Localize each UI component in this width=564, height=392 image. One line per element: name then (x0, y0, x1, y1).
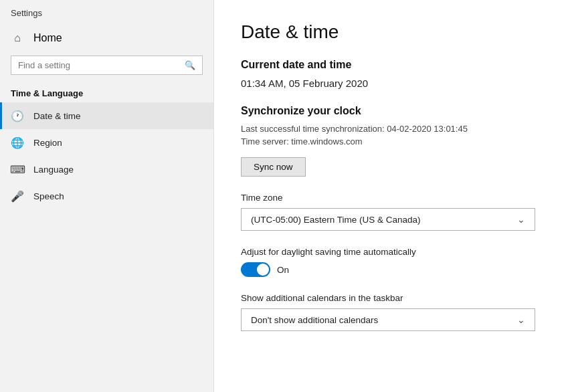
toggle-state-label: On (277, 265, 289, 275)
current-section-title: Current date and time (241, 59, 537, 71)
calendar-label: Show additional calendars in the taskbar (241, 293, 537, 303)
sidebar-item-language[interactable]: ⌨ Language (0, 156, 213, 183)
page-title: Date & time (241, 21, 537, 43)
calendar-dropdown[interactable]: Don't show additional calendars ⌄ (241, 308, 535, 331)
home-icon: ⌂ (11, 31, 24, 45)
search-input[interactable] (18, 60, 179, 70)
sidebar-item-date-time[interactable]: 🕐 Date & time (0, 102, 213, 129)
region-icon: 🌐 (11, 136, 24, 149)
daylight-label: Adjust for daylight saving time automati… (241, 247, 537, 257)
language-icon: ⌨ (11, 163, 24, 176)
date-time-icon: 🕐 (11, 109, 24, 122)
search-icon: 🔍 (185, 60, 195, 70)
sidebar: Settings ⌂ Home 🔍 Time & Language 🕐 Date… (0, 0, 214, 392)
chevron-down-icon: ⌄ (517, 214, 525, 225)
chevron-down-icon: ⌄ (517, 314, 525, 325)
sync-last-info: Last successful time synchronization: 04… (241, 124, 537, 134)
toggle-row: On (241, 262, 537, 277)
current-datetime: 01:34 AM, 05 February 2020 (241, 78, 537, 89)
sync-section: Synchronize your clock Last successful t… (241, 105, 537, 177)
timezone-value: (UTC-05:00) Eastern Time (US & Canada) (251, 215, 421, 225)
timezone-section: Time zone (UTC-05:00) Eastern Time (US &… (241, 193, 537, 231)
home-label: Home (33, 32, 62, 44)
sidebar-item-label: Speech (33, 191, 64, 201)
sidebar-item-label: Region (33, 138, 62, 148)
daylight-section: Adjust for daylight saving time automati… (241, 247, 537, 277)
calendar-value: Don't show additional calendars (251, 315, 378, 325)
settings-header: Settings (0, 0, 213, 23)
calendar-section: Show additional calendars in the taskbar… (241, 293, 537, 331)
sidebar-item-label: Language (33, 165, 74, 175)
sidebar-item-speech[interactable]: 🎤 Speech (0, 183, 213, 209)
sidebar-item-home[interactable]: ⌂ Home (0, 23, 213, 53)
main-content: Date & time Current date and time 01:34 … (214, 0, 564, 392)
sidebar-item-region[interactable]: 🌐 Region (0, 129, 213, 156)
daylight-toggle[interactable] (241, 262, 270, 277)
sync-server-info: Time server: time.windows.com (241, 136, 537, 146)
timezone-label: Time zone (241, 193, 537, 203)
sidebar-item-label: Date & time (33, 111, 81, 121)
sidebar-section-label: Time & Language (0, 83, 213, 102)
speech-icon: 🎤 (11, 189, 24, 203)
timezone-dropdown[interactable]: (UTC-05:00) Eastern Time (US & Canada) ⌄ (241, 208, 535, 231)
search-box[interactable]: 🔍 (11, 56, 203, 75)
sync-now-button[interactable]: Sync now (241, 157, 306, 177)
sync-section-title: Synchronize your clock (241, 105, 537, 117)
